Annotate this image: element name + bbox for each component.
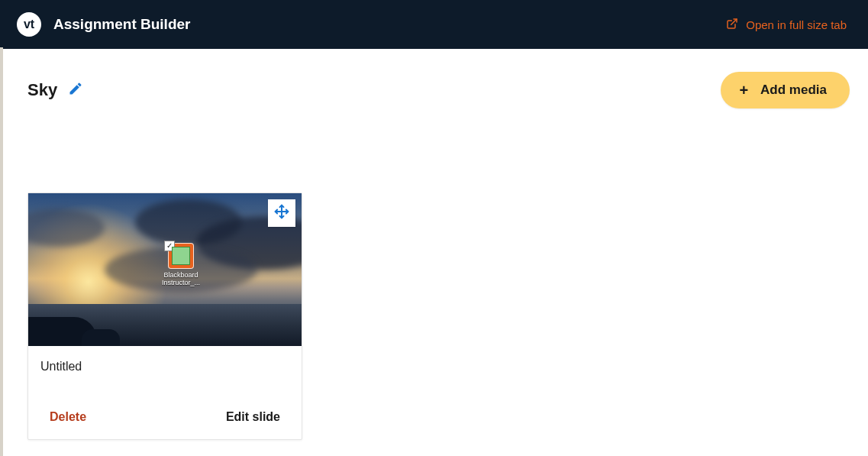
delete-slide-button[interactable]: Delete — [50, 410, 86, 424]
open-full-size-label: Open in full size tab — [746, 18, 847, 31]
rock — [82, 329, 120, 346]
slide-title: Untitled — [40, 360, 289, 374]
svg-line-0 — [731, 19, 737, 24]
add-media-button[interactable]: + Add media — [721, 72, 850, 108]
external-link-icon — [726, 18, 738, 32]
title-left: Sky — [27, 80, 83, 100]
add-media-label: Add media — [760, 82, 827, 98]
app-title: Assignment Builder — [53, 16, 190, 33]
file-icon: ✓ — [168, 243, 194, 269]
move-icon — [274, 204, 289, 222]
desktop-file-icon: ✓ Blackboard Instructor_... — [158, 243, 204, 287]
plus-icon: + — [739, 82, 748, 98]
desktop-icon-label: Blackboard Instructor_... — [158, 272, 204, 287]
app-header: vt Assignment Builder Open in full size … — [0, 0, 868, 49]
project-title: Sky — [27, 80, 57, 100]
open-full-size-link[interactable]: Open in full size tab — [726, 18, 847, 32]
slide-actions: Delete Edit slide — [28, 398, 302, 439]
slide-thumbnail[interactable]: ✓ Blackboard Instructor_... — [28, 193, 302, 346]
move-slide-handle[interactable] — [268, 199, 295, 227]
content-area: Sky + Add media — [3, 49, 868, 440]
pencil-icon — [68, 86, 83, 99]
vt-logo: vt — [17, 12, 41, 37]
slide-body: Untitled — [28, 346, 302, 398]
slide-card: ✓ Blackboard Instructor_... — [27, 192, 302, 440]
edit-slide-button[interactable]: Edit slide — [226, 410, 280, 424]
header-left: vt Assignment Builder — [17, 12, 190, 37]
title-row: Sky + Add media — [27, 72, 850, 108]
edit-title-button[interactable] — [68, 81, 83, 99]
